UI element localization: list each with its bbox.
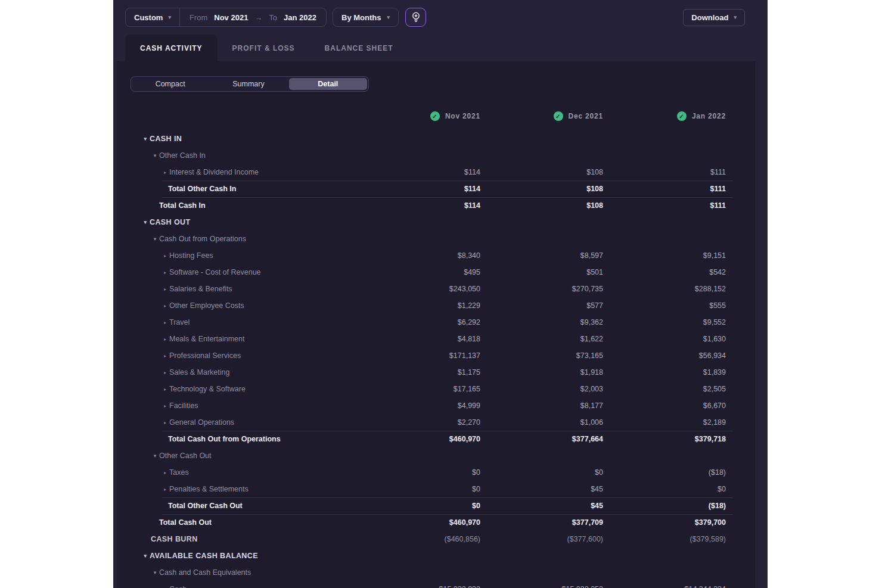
row-label: CASH IN bbox=[150, 135, 182, 143]
row-label: Interest & Dividend Income bbox=[169, 168, 259, 176]
cell-value: $501 bbox=[480, 268, 603, 276]
row-label-wrap: Total Cash Out from Operations bbox=[117, 435, 358, 443]
row-label-wrap: ▸Penalties & Settlements bbox=[117, 485, 358, 493]
row-label: General Operations bbox=[169, 418, 234, 427]
chevron-right-icon[interactable]: ▸ bbox=[163, 370, 167, 375]
tab-cash-activity[interactable]: CASH ACTIVITY bbox=[125, 35, 218, 61]
download-label: Download bbox=[691, 13, 728, 22]
row-label-wrap: ▸Interest & Dividend Income bbox=[117, 168, 358, 176]
table-row-professional-services[interactable]: ▸Professional Services$171,137$73,165$56… bbox=[117, 347, 755, 364]
view-option-compact[interactable]: Compact bbox=[131, 77, 209, 91]
from-label: From bbox=[190, 13, 207, 22]
chevron-right-icon[interactable]: ▸ bbox=[163, 253, 167, 259]
check-icon: ✓ bbox=[677, 111, 687, 121]
cell-value: $4,818 bbox=[358, 335, 480, 343]
table-row-software-cost-of-revenue[interactable]: ▸Software - Cost of Revenue$495$501$542 bbox=[117, 264, 755, 281]
chevron-right-icon[interactable]: ▸ bbox=[163, 387, 167, 392]
range-preset-dropdown[interactable]: Custom ▾ bbox=[126, 8, 180, 26]
chevron-down-icon[interactable]: ▾ bbox=[153, 570, 157, 575]
table-row-penalties-settlements[interactable]: ▸Penalties & Settlements$0$45$0 bbox=[117, 481, 755, 497]
table-row-hosting-fees[interactable]: ▸Hosting Fees$8,340$8,597$9,151 bbox=[117, 247, 755, 264]
view-option-detail[interactable]: Detail bbox=[289, 78, 367, 90]
table-row-available-cash-balance[interactable]: ▾AVAILABLE CASH BALANCE bbox=[117, 547, 755, 564]
chevron-right-icon[interactable]: ▸ bbox=[163, 320, 167, 325]
chevron-right-icon[interactable]: ▸ bbox=[163, 303, 167, 309]
table-row-cash[interactable]: ▸Cash$15,032,932$15,032,352$14,344,334 bbox=[117, 581, 755, 588]
row-label-wrap: Total Other Cash In bbox=[117, 185, 358, 193]
chevron-right-icon[interactable]: ▸ bbox=[163, 337, 167, 342]
row-label: Cash bbox=[169, 585, 187, 588]
row-label-wrap: ▾AVAILABLE CASH BALANCE bbox=[117, 552, 358, 560]
to-date-field[interactable]: Jan 2022 bbox=[284, 13, 316, 22]
cell-value: $555 bbox=[603, 301, 726, 310]
table-row-salaries-benefits[interactable]: ▸Salaries & Benefits$243,050$270,735$288… bbox=[117, 281, 755, 297]
cell-value: $0 bbox=[603, 485, 726, 493]
chevron-right-icon[interactable]: ▸ bbox=[163, 270, 167, 275]
chevron-right-icon[interactable]: ▸ bbox=[163, 170, 167, 175]
table-row-cash-and-cash-equivalents[interactable]: ▾Cash and Cash Equivalents bbox=[117, 564, 755, 581]
cell-value: $9,151 bbox=[603, 251, 726, 260]
table-row-total-other-cash-in: Total Other Cash In$114$108$111 bbox=[117, 181, 755, 197]
table-row-general-operations[interactable]: ▸General Operations$2,270$1,006$2,189 bbox=[117, 414, 755, 431]
chevron-down-icon[interactable]: ▾ bbox=[143, 219, 148, 225]
cell-value: $8,177 bbox=[480, 402, 603, 410]
row-label-wrap: ▾Other Cash Out bbox=[117, 452, 358, 460]
table-row-technology-software[interactable]: ▸Technology & Software$17,165$2,003$2,50… bbox=[117, 381, 755, 397]
table-row-other-cash-out[interactable]: ▾Other Cash Out bbox=[117, 447, 755, 464]
table-row-interest-dividend-income[interactable]: ▸Interest & Dividend Income$114$108$111 bbox=[117, 164, 755, 181]
chevron-down-icon[interactable]: ▾ bbox=[153, 453, 157, 459]
cell-value: $8,340 bbox=[358, 251, 480, 260]
row-label-wrap: ▾Cash and Cash Equivalents bbox=[117, 568, 358, 577]
chevron-right-icon[interactable]: ▸ bbox=[163, 287, 167, 292]
from-date-field[interactable]: Nov 2021 bbox=[214, 13, 248, 22]
download-button[interactable]: Download ▾ bbox=[683, 9, 745, 26]
table-row-total-cash-out: Total Cash Out$460,970$377,709$379,700 bbox=[117, 514, 755, 531]
table-row-other-cash-in[interactable]: ▾Other Cash In bbox=[117, 147, 755, 164]
chevron-right-icon[interactable]: ▸ bbox=[163, 470, 167, 475]
view-option-summary[interactable]: Summary bbox=[209, 77, 287, 91]
row-label-wrap: ▸Other Employee Costs bbox=[117, 301, 358, 310]
chevron-right-icon[interactable]: ▸ bbox=[163, 487, 167, 492]
table-row-cash-out-from-operations[interactable]: ▾Cash Out from Operations bbox=[117, 231, 755, 247]
row-label: Total Cash In bbox=[159, 201, 206, 210]
chevron-down-icon[interactable]: ▾ bbox=[153, 236, 157, 242]
cell-value: $2,505 bbox=[603, 385, 726, 393]
insights-button[interactable] bbox=[405, 8, 426, 27]
cell-value: $1,630 bbox=[603, 335, 726, 343]
chevron-down-icon[interactable]: ▾ bbox=[143, 136, 148, 142]
row-label-wrap: ▸Facilities bbox=[117, 402, 358, 410]
table-row-taxes[interactable]: ▸Taxes$0$0($18) bbox=[117, 464, 755, 481]
column-header-jan-2022[interactable]: ✓Jan 2022 bbox=[603, 111, 726, 121]
table-row-cash-in[interactable]: ▾CASH IN bbox=[117, 130, 755, 147]
table-row-facilities[interactable]: ▸Facilities$4,999$8,177$6,670 bbox=[117, 397, 755, 414]
cell-value: $108 bbox=[480, 168, 603, 176]
row-label-wrap: ▾Cash Out from Operations bbox=[117, 235, 358, 243]
chevron-right-icon[interactable]: ▸ bbox=[163, 420, 167, 425]
chevron-right-icon[interactable]: ▸ bbox=[163, 353, 167, 359]
chevron-down-icon[interactable]: ▾ bbox=[153, 153, 157, 158]
column-header-nov-2021[interactable]: ✓Nov 2021 bbox=[358, 111, 480, 121]
chevron-down-icon: ▾ bbox=[734, 14, 737, 20]
table-row-sales-marketing[interactable]: ▸Sales & Marketing$1,175$1,918$1,839 bbox=[117, 364, 755, 381]
row-label-wrap: ▸Professional Services bbox=[117, 351, 358, 360]
column-label: Dec 2021 bbox=[569, 112, 603, 120]
table-row-travel[interactable]: ▸Travel$6,292$9,362$9,552 bbox=[117, 314, 755, 331]
chevron-right-icon[interactable]: ▸ bbox=[163, 403, 167, 409]
check-icon: ✓ bbox=[430, 111, 440, 121]
row-label-wrap: ▸Software - Cost of Revenue bbox=[117, 268, 358, 276]
granularity-label: By Months bbox=[341, 13, 381, 22]
cell-value: $45 bbox=[480, 502, 603, 510]
cell-value: $1,622 bbox=[480, 335, 603, 343]
tab-balance-sheet[interactable]: BALANCE SHEET bbox=[310, 35, 408, 61]
table-row-other-employee-costs[interactable]: ▸Other Employee Costs$1,229$577$555 bbox=[117, 297, 755, 314]
chevron-down-icon[interactable]: ▾ bbox=[143, 553, 148, 559]
row-label: Cash and Cash Equivalents bbox=[159, 568, 251, 577]
granularity-dropdown[interactable]: By Months ▾ bbox=[333, 8, 399, 27]
table-row-cash-out[interactable]: ▾CASH OUT bbox=[117, 214, 755, 231]
column-header-dec-2021[interactable]: ✓Dec 2021 bbox=[480, 111, 603, 121]
cell-value: $56,934 bbox=[603, 351, 726, 360]
cell-value: $495 bbox=[358, 268, 480, 276]
table-row-meals-entertainment[interactable]: ▸Meals & Entertainment$4,818$1,622$1,630 bbox=[117, 331, 755, 347]
tab-profit-loss[interactable]: PROFIT & LOSS bbox=[218, 35, 310, 61]
cell-value: $1,918 bbox=[480, 368, 603, 377]
